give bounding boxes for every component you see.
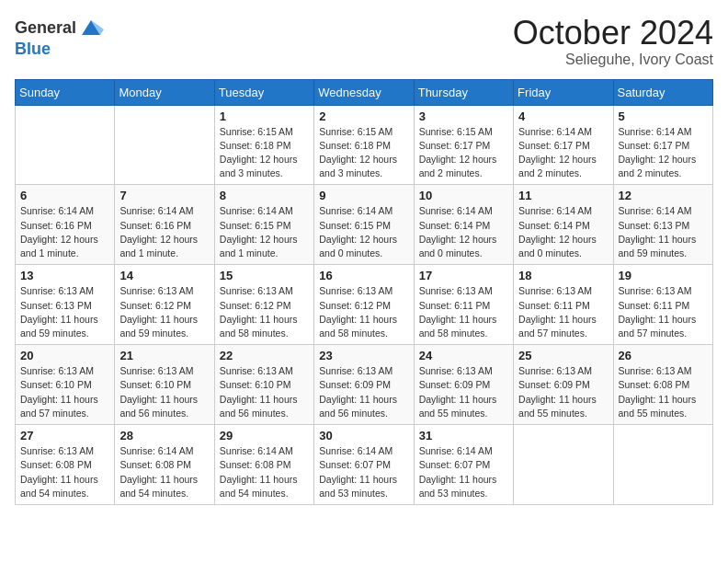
calendar-cell: 26Sunrise: 6:13 AMSunset: 6:08 PMDayligh… [613, 345, 712, 425]
day-number: 1 [220, 109, 309, 123]
calendar-cell [115, 105, 214, 185]
calendar-cell: 8Sunrise: 6:14 AMSunset: 6:15 PMDaylight… [214, 185, 313, 265]
calendar-cell: 5Sunrise: 6:14 AMSunset: 6:17 PMDaylight… [613, 105, 712, 185]
day-number: 22 [220, 349, 309, 362]
day-of-week-header: Friday [514, 79, 613, 105]
day-number: 29 [220, 429, 309, 442]
day-info: Sunrise: 6:13 AMSunset: 6:11 PMDaylight:… [419, 284, 508, 340]
day-number: 13 [20, 269, 109, 282]
day-of-week-header: Tuesday [214, 79, 313, 105]
day-number: 3 [419, 109, 508, 123]
day-number: 24 [419, 349, 508, 362]
day-number: 21 [119, 349, 209, 362]
day-info: Sunrise: 6:13 AMSunset: 6:09 PMDaylight:… [419, 364, 508, 420]
day-info: Sunrise: 6:14 AMSunset: 6:16 PMDaylight:… [119, 204, 209, 260]
day-info: Sunrise: 6:13 AMSunset: 6:13 PMDaylight:… [20, 284, 109, 340]
day-number: 7 [119, 189, 209, 202]
day-number: 19 [619, 269, 708, 282]
calendar-cell: 6Sunrise: 6:14 AMSunset: 6:16 PMDaylight… [16, 185, 115, 265]
logo-general: General [15, 19, 76, 36]
calendar-cell: 21Sunrise: 6:13 AMSunset: 6:10 PMDayligh… [115, 345, 214, 425]
title-block: October 2024 Selieguhe, Ivory Coast [513, 15, 713, 68]
calendar-cell: 20Sunrise: 6:13 AMSunset: 6:10 PMDayligh… [16, 345, 115, 425]
day-info: Sunrise: 6:13 AMSunset: 6:11 PMDaylight:… [619, 284, 708, 340]
day-number: 20 [20, 349, 109, 362]
day-number: 31 [419, 429, 508, 442]
calendar-week-row: 13Sunrise: 6:13 AMSunset: 6:13 PMDayligh… [16, 265, 713, 345]
day-number: 6 [20, 189, 109, 202]
day-info: Sunrise: 6:14 AMSunset: 6:17 PMDaylight:… [619, 125, 708, 181]
day-number: 5 [619, 109, 708, 123]
logo-blue: Blue [15, 40, 51, 57]
day-of-week-header: Wednesday [314, 79, 414, 105]
day-number: 28 [119, 429, 209, 442]
calendar-cell: 24Sunrise: 6:13 AMSunset: 6:09 PMDayligh… [414, 345, 513, 425]
day-info: Sunrise: 6:14 AMSunset: 6:08 PMDaylight:… [119, 444, 209, 500]
day-of-week-header: Monday [115, 79, 214, 105]
day-info: Sunrise: 6:13 AMSunset: 6:12 PMDaylight:… [119, 284, 209, 340]
day-info: Sunrise: 6:14 AMSunset: 6:08 PMDaylight:… [220, 444, 309, 500]
calendar-cell [16, 105, 115, 185]
calendar-cell: 16Sunrise: 6:13 AMSunset: 6:12 PMDayligh… [314, 265, 414, 345]
day-info: Sunrise: 6:13 AMSunset: 6:12 PMDaylight:… [220, 284, 309, 340]
day-number: 11 [518, 189, 608, 202]
calendar-week-row: 6Sunrise: 6:14 AMSunset: 6:16 PMDaylight… [16, 185, 713, 265]
calendar-cell: 18Sunrise: 6:13 AMSunset: 6:11 PMDayligh… [514, 265, 613, 345]
calendar-week-row: 20Sunrise: 6:13 AMSunset: 6:10 PMDayligh… [16, 345, 713, 425]
day-number: 10 [419, 189, 508, 202]
calendar-cell: 25Sunrise: 6:13 AMSunset: 6:09 PMDayligh… [514, 345, 613, 425]
calendar-cell: 11Sunrise: 6:14 AMSunset: 6:14 PMDayligh… [514, 185, 613, 265]
logo-icon [78, 15, 104, 40]
day-info: Sunrise: 6:13 AMSunset: 6:10 PMDaylight:… [220, 364, 309, 420]
day-info: Sunrise: 6:13 AMSunset: 6:12 PMDaylight:… [319, 284, 408, 340]
day-info: Sunrise: 6:14 AMSunset: 6:16 PMDaylight:… [20, 204, 109, 260]
day-info: Sunrise: 6:13 AMSunset: 6:09 PMDaylight:… [518, 364, 608, 420]
days-of-week-row: SundayMondayTuesdayWednesdayThursdayFrid… [16, 79, 713, 105]
day-number: 12 [619, 189, 708, 202]
calendar-cell: 19Sunrise: 6:13 AMSunset: 6:11 PMDayligh… [613, 265, 712, 345]
calendar-cell: 28Sunrise: 6:14 AMSunset: 6:08 PMDayligh… [115, 425, 214, 505]
day-number: 15 [220, 269, 309, 282]
day-info: Sunrise: 6:14 AMSunset: 6:15 PMDaylight:… [319, 204, 408, 260]
calendar-cell [514, 425, 613, 505]
day-info: Sunrise: 6:14 AMSunset: 6:15 PMDaylight:… [220, 204, 309, 260]
calendar-cell: 10Sunrise: 6:14 AMSunset: 6:14 PMDayligh… [414, 185, 513, 265]
calendar-cell: 22Sunrise: 6:13 AMSunset: 6:10 PMDayligh… [214, 345, 313, 425]
day-number: 23 [319, 349, 408, 362]
calendar-cell: 12Sunrise: 6:14 AMSunset: 6:13 PMDayligh… [613, 185, 712, 265]
day-info: Sunrise: 6:13 AMSunset: 6:08 PMDaylight:… [20, 444, 109, 500]
day-info: Sunrise: 6:13 AMSunset: 6:10 PMDaylight:… [119, 364, 209, 420]
day-info: Sunrise: 6:15 AMSunset: 6:17 PMDaylight:… [419, 125, 508, 181]
calendar-cell: 29Sunrise: 6:14 AMSunset: 6:08 PMDayligh… [214, 425, 313, 505]
month-title: October 2024 [513, 15, 713, 52]
calendar-cell: 17Sunrise: 6:13 AMSunset: 6:11 PMDayligh… [414, 265, 513, 345]
day-info: Sunrise: 6:14 AMSunset: 6:17 PMDaylight:… [518, 125, 608, 181]
calendar-cell: 27Sunrise: 6:13 AMSunset: 6:08 PMDayligh… [16, 425, 115, 505]
calendar-cell: 15Sunrise: 6:13 AMSunset: 6:12 PMDayligh… [214, 265, 313, 345]
day-number: 2 [319, 109, 408, 123]
day-info: Sunrise: 6:13 AMSunset: 6:09 PMDaylight:… [319, 364, 408, 420]
day-number: 4 [518, 109, 608, 123]
calendar-cell: 3Sunrise: 6:15 AMSunset: 6:17 PMDaylight… [414, 105, 513, 185]
day-number: 8 [220, 189, 309, 202]
day-of-week-header: Saturday [613, 79, 712, 105]
day-number: 17 [419, 269, 508, 282]
page-header: General Blue October 2024 Selieguhe, Ivo… [15, 15, 713, 68]
day-info: Sunrise: 6:14 AMSunset: 6:13 PMDaylight:… [619, 204, 708, 260]
day-number: 26 [619, 349, 708, 362]
day-number: 30 [319, 429, 408, 442]
calendar-cell: 31Sunrise: 6:14 AMSunset: 6:07 PMDayligh… [414, 425, 513, 505]
day-number: 14 [119, 269, 209, 282]
calendar-cell: 30Sunrise: 6:14 AMSunset: 6:07 PMDayligh… [314, 425, 414, 505]
day-info: Sunrise: 6:14 AMSunset: 6:07 PMDaylight:… [319, 444, 408, 500]
calendar-cell: 7Sunrise: 6:14 AMSunset: 6:16 PMDaylight… [115, 185, 214, 265]
logo: General Blue [15, 15, 104, 57]
calendar-header: SundayMondayTuesdayWednesdayThursdayFrid… [16, 79, 713, 105]
day-number: 9 [319, 189, 408, 202]
day-info: Sunrise: 6:13 AMSunset: 6:08 PMDaylight:… [619, 364, 708, 420]
day-info: Sunrise: 6:15 AMSunset: 6:18 PMDaylight:… [319, 125, 408, 181]
calendar-cell: 2Sunrise: 6:15 AMSunset: 6:18 PMDaylight… [314, 105, 414, 185]
location-title: Selieguhe, Ivory Coast [513, 52, 713, 68]
calendar-cell: 1Sunrise: 6:15 AMSunset: 6:18 PMDaylight… [214, 105, 313, 185]
day-number: 27 [20, 429, 109, 442]
